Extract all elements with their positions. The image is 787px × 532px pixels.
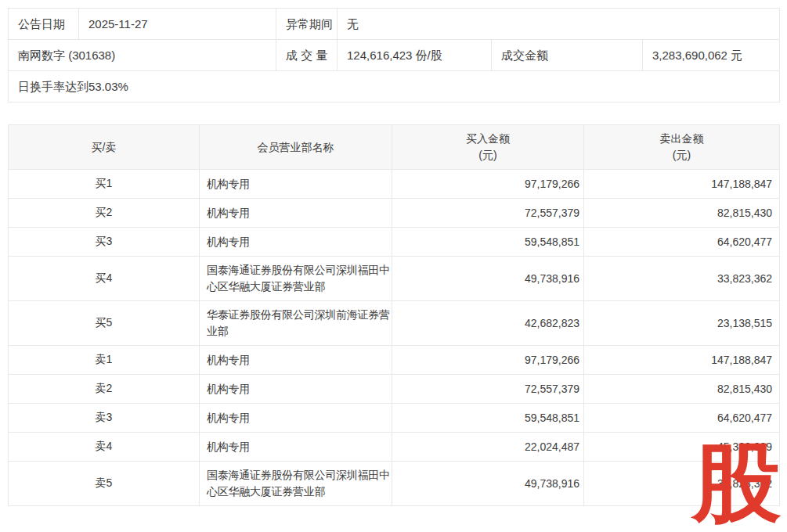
turnover-value: 3,283,690,062 元 <box>643 40 780 71</box>
cell-branch-name: 机构专用 <box>200 433 392 462</box>
cell-buy-sell-rank: 买2 <box>9 199 200 228</box>
info-row-note: 日换手率达到53.03% <box>9 71 780 102</box>
cell-sell-amount: 82,815,430 <box>584 199 780 228</box>
broker-table-body: 买1机构专用97,179,266147,188,847买2机构专用72,557,… <box>9 170 780 506</box>
cell-buy-amount: 97,179,266 <box>392 170 584 199</box>
stock-name: 南网数字 (301638) <box>9 40 276 71</box>
cell-buy-sell-rank: 买1 <box>9 170 200 199</box>
header-sell-amount-line1: 卖出金额 <box>584 131 779 147</box>
table-row: 买1机构专用97,179,266147,188,847 <box>9 170 780 199</box>
cell-buy-sell-rank: 卖1 <box>9 346 200 375</box>
cell-sell-amount: 147,188,847 <box>584 170 780 199</box>
page-content: 公告日期 2025-11-27 异常期间 无 南网数字 (301638) 成 交… <box>8 8 779 506</box>
cell-branch-name: 国泰海通证券股份有限公司深圳福田中心区华融大厦证券营业部 <box>200 257 392 301</box>
header-buy-amount-line2: (元) <box>392 147 583 164</box>
table-row: 买2机构专用72,557,37982,815,430 <box>9 199 780 228</box>
announce-date-value: 2025-11-27 <box>79 9 276 40</box>
broker-table-header: 买/卖 会员营业部名称 买入金额 (元) 卖出金额 (元) <box>9 125 780 170</box>
table-row: 买4国泰海通证券股份有限公司深圳福田中心区华融大厦证券营业部49,738,916… <box>9 257 780 301</box>
cell-branch-name: 机构专用 <box>200 404 392 433</box>
cell-sell-amount: 82,815,430 <box>584 375 780 404</box>
cell-buy-amount: 22,024,487 <box>392 433 584 462</box>
cell-buy-amount: 72,557,379 <box>392 199 584 228</box>
volume-label: 成 交 量 <box>276 40 338 71</box>
cell-sell-amount: 64,620,477 <box>584 228 780 257</box>
table-row: 卖5国泰海通证券股份有限公司深圳福田中心区华融大厦证券营业部49,738,916… <box>9 462 780 506</box>
cell-sell-amount: 64,620,477 <box>584 404 780 433</box>
header-branch-name: 会员营业部名称 <box>200 125 392 170</box>
cell-buy-sell-rank: 卖2 <box>9 375 200 404</box>
cell-sell-amount: 33,823,362 <box>584 257 780 301</box>
stock-info-table: 公告日期 2025-11-27 异常期间 无 南网数字 (301638) 成 交… <box>8 8 780 102</box>
cell-branch-name: 机构专用 <box>200 346 392 375</box>
abnormal-period-label: 异常期间 <box>276 9 338 40</box>
cell-branch-name: 机构专用 <box>200 199 392 228</box>
table-row: 卖4机构专用22,024,48745,320,029 <box>9 433 780 462</box>
cell-buy-sell-rank: 卖4 <box>9 433 200 462</box>
header-sell-amount: 卖出金额 (元) <box>584 125 780 170</box>
turnover-rate-note: 日换手率达到53.03% <box>9 71 780 102</box>
cell-buy-sell-rank: 买3 <box>9 228 200 257</box>
table-row: 卖2机构专用72,557,37982,815,430 <box>9 375 780 404</box>
cell-branch-name: 国泰海通证券股份有限公司深圳福田中心区华融大厦证券营业部 <box>200 462 392 506</box>
cell-sell-amount: 45,320,029 <box>584 433 780 462</box>
cell-buy-sell-rank: 卖5 <box>9 462 200 506</box>
cell-sell-amount: 33,823,362 <box>584 462 780 506</box>
cell-buy-sell-rank: 买5 <box>9 301 200 346</box>
table-row: 卖3机构专用59,548,85164,620,477 <box>9 404 780 433</box>
cell-buy-sell-rank: 买4 <box>9 257 200 301</box>
header-sell-amount-line2: (元) <box>584 147 779 164</box>
table-row: 买3机构专用59,548,85164,620,477 <box>9 228 780 257</box>
header-buy-amount: 买入金额 (元) <box>392 125 584 170</box>
announce-date-label: 公告日期 <box>9 9 79 40</box>
cell-buy-amount: 97,179,266 <box>392 346 584 375</box>
cell-buy-amount: 72,557,379 <box>392 375 584 404</box>
cell-branch-name: 机构专用 <box>200 228 392 257</box>
header-buy-amount-line1: 买入金额 <box>392 131 583 147</box>
broker-table: 买/卖 会员营业部名称 买入金额 (元) 卖出金额 (元) 买1机构专用97,1… <box>8 124 780 506</box>
cell-buy-amount: 42,682,823 <box>392 301 584 346</box>
cell-buy-amount: 49,738,916 <box>392 257 584 301</box>
table-row: 买5华泰证券股份有限公司深圳前海证券营业部42,682,82323,138,51… <box>9 301 780 346</box>
cell-sell-amount: 147,188,847 <box>584 346 780 375</box>
cell-buy-amount: 49,738,916 <box>392 462 584 506</box>
cell-buy-amount: 59,548,851 <box>392 228 584 257</box>
cell-sell-amount: 23,138,515 <box>584 301 780 346</box>
volume-value: 124,616,423 份/股 <box>338 40 492 71</box>
turnover-label: 成交金额 <box>492 40 643 71</box>
cell-branch-name: 机构专用 <box>200 375 392 404</box>
header-buy-sell: 买/卖 <box>9 125 200 170</box>
cell-buy-amount: 59,548,851 <box>392 404 584 433</box>
info-row-stock: 南网数字 (301638) 成 交 量 124,616,423 份/股 成交金额… <box>9 40 780 71</box>
abnormal-period-value: 无 <box>338 9 780 40</box>
info-row-date: 公告日期 2025-11-27 异常期间 无 <box>9 9 780 40</box>
cell-buy-sell-rank: 卖3 <box>9 404 200 433</box>
table-row: 卖1机构专用97,179,266147,188,847 <box>9 346 780 375</box>
cell-branch-name: 华泰证券股份有限公司深圳前海证券营业部 <box>200 301 392 346</box>
cell-branch-name: 机构专用 <box>200 170 392 199</box>
